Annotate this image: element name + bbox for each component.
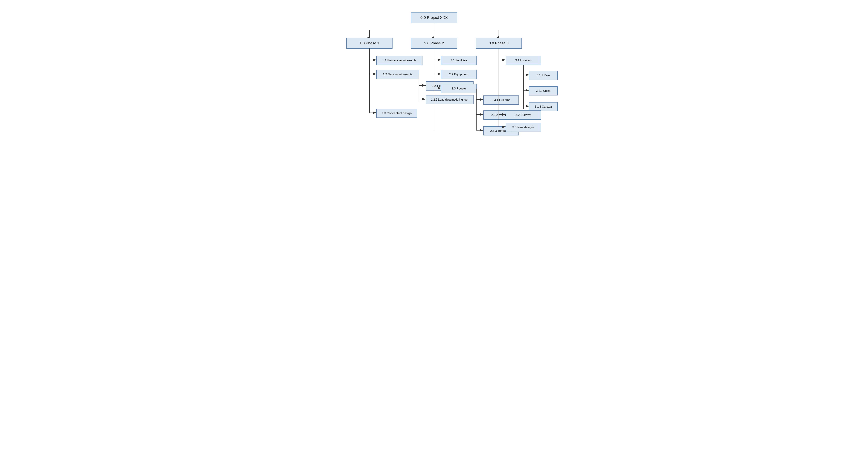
node-root-label: 0.0 Project XXX bbox=[420, 15, 448, 20]
node-1-1-label: 1.1 Process requirements bbox=[382, 59, 416, 62]
node-3-1-3-label: 3.1.3 Canada bbox=[535, 105, 552, 108]
node-3-1-label: 3.1 Location bbox=[515, 59, 531, 62]
node-1-3-label: 1.3 Conceptual design bbox=[382, 112, 411, 115]
node-2-3-1-label: 2.3.1 Full time bbox=[492, 98, 510, 102]
diagram-container: 0.0 Project XXX 1.0 Phase 1 1.1 Process … bbox=[5, 5, 863, 150]
node-1-2-label: 1.2 Data requirements bbox=[383, 73, 412, 76]
node-phase3-label: 3.0 Phase 3 bbox=[489, 41, 508, 45]
node-2-1-label: 2.1 Facilities bbox=[450, 59, 467, 62]
node-2-3-label: 2.3 People bbox=[452, 87, 466, 90]
node-1-2-2-label: 1.2.2 Load data modeling tool bbox=[431, 98, 468, 101]
node-phase1-label: 1.0 Phase 1 bbox=[360, 41, 379, 45]
node-2-2-label: 2.2 Equipment bbox=[449, 73, 468, 76]
node-3-2-label: 3.2 Surveys bbox=[516, 113, 531, 117]
node-3-1-2-label: 3.1.2 China bbox=[536, 89, 551, 92]
node-3-3-label: 3.3 New designs bbox=[512, 126, 534, 129]
node-phase2-label: 2.0 Phase 2 bbox=[424, 41, 444, 45]
wbs-diagram: 0.0 Project XXX 1.0 Phase 1 1.1 Process … bbox=[337, 9, 531, 146]
node-3-1-1-label: 3.1.1 Peru bbox=[537, 74, 550, 77]
